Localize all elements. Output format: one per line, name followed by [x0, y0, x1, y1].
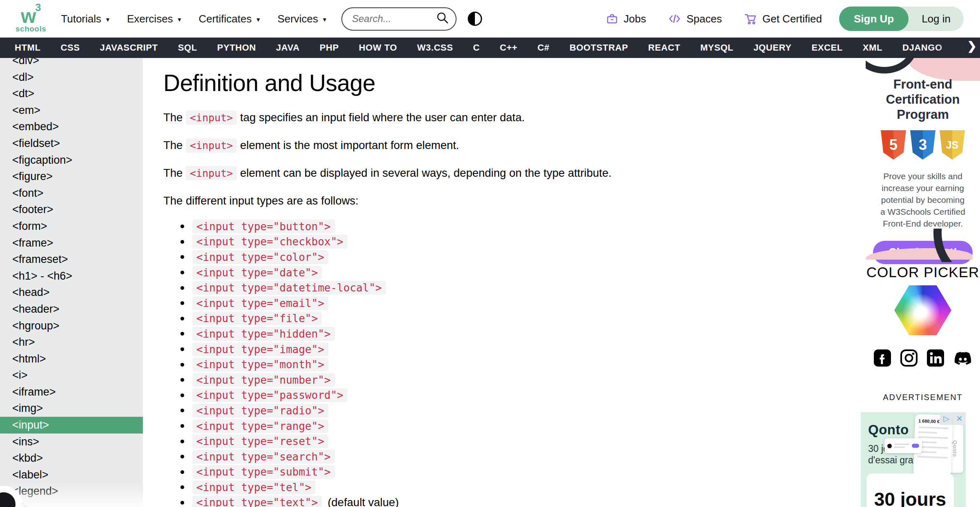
menu-dropdown[interactable]: Services ▼ — [277, 13, 327, 25]
subnav-item[interactable]: MYSQL — [700, 42, 733, 53]
subnav-item[interactable]: C# — [537, 42, 549, 53]
subnav-item[interactable]: XML — [863, 42, 882, 53]
menu-dropdown[interactable]: Exercises ▼ — [127, 13, 183, 25]
subnav-item[interactable]: JAVA — [276, 42, 300, 53]
subnav-item[interactable]: C++ — [500, 42, 517, 53]
sidebar-item[interactable]: <i> — [0, 367, 143, 384]
inline-code[interactable]: <input> — [186, 111, 237, 125]
paragraph-text: tag specifies an input field where the u… — [237, 111, 525, 124]
sidebar-item[interactable]: <hr> — [0, 334, 143, 351]
linkedin-icon[interactable] — [926, 349, 945, 367]
input-type-code-link[interactable]: <input type="date"> — [192, 266, 322, 280]
log-in-button[interactable]: Log in — [909, 13, 964, 25]
search-icon[interactable] — [436, 11, 449, 26]
input-type-code-link[interactable]: <input type="hidden"> — [192, 327, 335, 341]
input-type-code-link[interactable]: <input type="number"> — [192, 373, 335, 387]
sidebar-item[interactable]: <ins> — [0, 434, 143, 450]
color-picker-hexagon[interactable] — [894, 285, 951, 335]
inline-code[interactable]: <input> — [186, 138, 237, 153]
sidebar-item[interactable]: <fieldset> — [0, 135, 143, 152]
subnav-item[interactable]: JQUERY — [753, 42, 791, 53]
sidebar-item[interactable]: <div> — [0, 58, 143, 69]
input-type-code-link[interactable]: <input type="checkbox"> — [192, 235, 347, 249]
subnav-item[interactable]: HTML — [15, 42, 41, 53]
input-type-code-link[interactable]: <input type="email"> — [192, 296, 328, 310]
sidebar-item[interactable]: <figcaption> — [0, 152, 143, 169]
sidebar-item[interactable]: <frame> — [0, 235, 143, 251]
input-type-code-link[interactable]: <input type="search"> — [192, 450, 335, 464]
subnav-item[interactable]: W3.CSS — [417, 42, 453, 53]
chevron-down-icon: ▼ — [256, 15, 261, 23]
input-type-code-link[interactable]: <input type="reset"> — [192, 434, 328, 448]
input-type-item: <input type="image"> — [163, 342, 866, 357]
input-type-item: <input type="number"> — [163, 372, 866, 388]
sidebar-item[interactable]: <embed> — [0, 118, 143, 135]
sidebar-item[interactable]: <em> — [0, 102, 143, 119]
sidebar-item[interactable]: <footer> — [0, 201, 143, 218]
black-arc-decoration — [933, 229, 980, 262]
sidebar-item[interactable]: <head> — [0, 284, 143, 301]
menu-dropdown[interactable]: Tutorials ▼ — [61, 13, 111, 25]
input-type-code-link[interactable]: <input type="month"> — [192, 358, 328, 371]
subnav-item[interactable]: C — [473, 42, 480, 53]
subnav-item[interactable]: HOW TO — [359, 42, 397, 53]
sidebar-item[interactable]: <iframe> — [0, 384, 143, 400]
sidebar-item[interactable]: <form> — [0, 218, 143, 235]
sidebar-item[interactable]: <legend> — [0, 483, 143, 500]
sidebar-item[interactable]: <frameset> — [0, 251, 143, 268]
input-type-code-link[interactable]: <input type="submit"> — [192, 465, 335, 479]
dark-mode-toggle[interactable] — [467, 11, 483, 27]
get-certified-link[interactable]: Get Certified — [744, 13, 822, 25]
sidebar-item[interactable]: <header> — [0, 301, 143, 318]
sidebar-item[interactable]: <img> — [0, 400, 143, 417]
input-type-code-link[interactable]: <input type="datetime-local"> — [192, 281, 386, 295]
search-input[interactable] — [352, 13, 436, 24]
input-type-code-link[interactable]: <input type="image"> — [192, 342, 328, 356]
subnav-item[interactable]: EXCEL — [811, 42, 842, 53]
instagram-icon[interactable] — [900, 349, 918, 367]
input-type-code-link[interactable]: <input type="range"> — [192, 419, 328, 433]
input-type-code-link[interactable]: <input type="file"> — [192, 311, 322, 325]
facebook-icon[interactable] — [873, 349, 892, 367]
input-type-code-link[interactable]: <input type="radio"> — [192, 404, 328, 418]
menu-label: Certificates — [198, 13, 252, 25]
w3schools-logo[interactable]: w3 schools — [16, 4, 46, 33]
spaces-label: Spaces — [686, 13, 722, 25]
input-type-code-link[interactable]: <input type="password"> — [192, 388, 347, 402]
sidebar-item[interactable]: <figure> — [0, 168, 143, 185]
sidebar-item[interactable]: <dl> — [0, 69, 143, 86]
menu-dropdown[interactable]: Certificates ▼ — [198, 13, 261, 25]
input-type-code-link[interactable]: <input type="tel"> — [192, 480, 316, 494]
input-type-code-link[interactable]: <input type="text"> — [192, 496, 322, 507]
subnav-item[interactable]: CSS — [61, 42, 80, 53]
chevron-right-icon[interactable]: ❯ — [967, 39, 977, 53]
sign-up-button[interactable]: Sign Up — [839, 7, 909, 31]
subnav-item[interactable]: SQL — [178, 42, 197, 53]
sidebar-item[interactable]: <h1> - <h6> — [0, 268, 143, 285]
subnav-item[interactable]: REACT — [648, 42, 680, 53]
spaces-link[interactable]: Spaces — [668, 13, 722, 25]
subnav-item[interactable]: PHP — [320, 42, 339, 53]
discord-icon[interactable] — [953, 349, 973, 367]
ad-close-icon[interactable]: ✕ — [953, 412, 966, 425]
adchoices-icon[interactable]: ▷ — [940, 412, 953, 425]
bullet-icon — [180, 301, 184, 305]
input-type-code-link[interactable]: <input type="color"> — [192, 250, 328, 264]
sidebar-item[interactable]: <html> — [0, 351, 143, 367]
sidebar-item[interactable]: <font> — [0, 185, 143, 202]
qonto-advertisement[interactable]: ▷ ✕ Qonto 30 jours d'essai gratuit Qonto… — [861, 412, 966, 507]
sidebar-item[interactable]: <dt> — [0, 85, 143, 102]
subnav-item[interactable]: BOOTSTRAP — [570, 42, 628, 53]
sidebar-item[interactable]: <hgroup> — [0, 318, 143, 334]
sidebar-item[interactable]: <kbd> — [0, 450, 143, 467]
input-type-item: <input type="tel"> — [163, 480, 866, 495]
inline-code[interactable]: <input> — [186, 166, 237, 180]
input-type-code-link[interactable]: <input type="button"> — [192, 220, 335, 233]
sidebar-item[interactable]: <label> — [0, 467, 143, 483]
jobs-link[interactable]: Jobs — [606, 13, 646, 25]
subnav-item[interactable]: PYTHON — [217, 42, 256, 53]
search-box[interactable] — [341, 7, 457, 31]
sidebar-item[interactable]: <li> — [0, 500, 143, 507]
subnav-item[interactable]: JAVASCRIPT — [100, 42, 158, 53]
sidebar-item[interactable]: <input> — [0, 417, 143, 434]
